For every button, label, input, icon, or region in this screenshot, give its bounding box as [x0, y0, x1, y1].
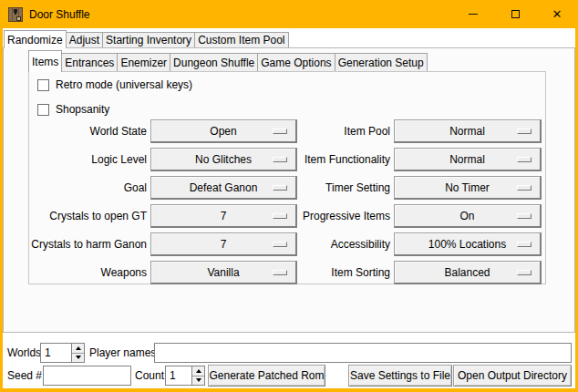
tab-custom-item-pool[interactable]: Custom Item Pool — [194, 32, 288, 47]
tab-generation-setup[interactable]: Generation Setup — [335, 53, 428, 71]
dropdown-indicator-icon — [517, 157, 532, 162]
checkbox-icon — [37, 104, 49, 116]
tab-enemizer[interactable]: Enemizer — [117, 53, 170, 71]
tab-game-options[interactable]: Game Options — [257, 53, 335, 71]
minimize-icon — [469, 14, 478, 15]
crystals-open-gt-dropdown[interactable]: 7 — [150, 204, 297, 228]
spin-down-button[interactable] — [72, 354, 84, 363]
goal-dropdown[interactable]: Defeat Ganon — [150, 176, 297, 200]
generate-patched-rom-button[interactable]: Generate Patched Rom — [208, 365, 325, 387]
dropdown-indicator-icon — [517, 213, 532, 219]
tab-label: Game Options — [261, 57, 331, 69]
dropdown-value: On — [459, 210, 474, 222]
seed-input[interactable] — [43, 366, 131, 386]
open-output-directory-button[interactable]: Open Output Directory — [453, 365, 572, 387]
window-body: Randomize Adjust Starting Inventory Cust… — [3, 28, 575, 388]
shopsanity-checkbox[interactable]: Shopsanity — [37, 103, 109, 116]
tab-label: Randomize — [7, 34, 63, 46]
maximize-button[interactable] — [494, 0, 536, 28]
tab-starting-inventory[interactable]: Starting Inventory — [102, 32, 195, 47]
tab-entrances[interactable]: Entrances — [61, 53, 118, 71]
tab-adjust[interactable]: Adjust — [66, 32, 103, 47]
spinner-value: 1 — [41, 344, 71, 362]
spin-up-button[interactable] — [72, 344, 84, 354]
tab-label: Adjust — [69, 34, 99, 46]
dropdown-indicator-icon — [517, 242, 532, 247]
tab-label: Entrances — [65, 57, 114, 69]
window-title: Door Shuffle — [29, 8, 90, 21]
logic-level-dropdown[interactable]: No Glitches — [150, 148, 297, 171]
dropdown-value: 7 — [221, 238, 227, 251]
logic-level-label: Logic Level — [26, 153, 147, 167]
item-sorting-dropdown[interactable]: Balanced — [394, 261, 542, 284]
dropdown-indicator-icon — [273, 213, 287, 219]
dropdown-indicator-icon — [273, 185, 287, 191]
seed-label: Seed # — [7, 369, 42, 383]
tab-dungeon-shuffle[interactable]: Dungeon Shuffle — [170, 53, 258, 71]
crystals-harm-ganon-label: Crystals to harm Ganon — [26, 238, 147, 252]
titlebar: Door Shuffle ✕ — [0, 0, 578, 28]
item-functionality-label: Item Functionality — [293, 153, 390, 167]
item-functionality-dropdown[interactable]: Normal — [394, 148, 542, 171]
spinner-arrows — [71, 344, 84, 362]
sub-tab-bar: Items Entrances Enemizer Dungeon Shuffle… — [28, 50, 428, 71]
player-names-input[interactable] — [154, 343, 572, 363]
count-spinner[interactable]: 1 — [165, 366, 205, 386]
arrow-down-icon — [196, 378, 201, 382]
timer-setting-label: Timer Setting — [293, 181, 390, 195]
dropdown-indicator-icon — [517, 185, 532, 191]
dropdown-indicator-icon — [273, 129, 287, 134]
checkbox-label: Retro mode (universal keys) — [56, 78, 192, 91]
progressive-items-dropdown[interactable]: On — [394, 204, 542, 228]
dropdown-indicator-icon — [273, 157, 287, 162]
tab-label: Items — [32, 56, 58, 68]
tab-randomize[interactable]: Randomize — [4, 30, 67, 48]
tab-label: Starting Inventory — [106, 34, 191, 46]
dropdown-indicator-icon — [273, 270, 287, 275]
spin-down-button[interactable] — [192, 377, 204, 386]
worlds-spinner[interactable]: 1 — [40, 343, 85, 363]
spin-up-button[interactable] — [192, 366, 204, 377]
arrow-up-icon — [196, 369, 201, 373]
player-names-label: Player names — [89, 346, 156, 360]
crystals-open-gt-label: Crystals to open GT — [26, 210, 147, 223]
crystals-harm-ganon-dropdown[interactable]: 7 — [150, 232, 297, 256]
item-sorting-label: Item Sorting — [293, 266, 390, 280]
button-label: Generate Patched Rom — [209, 369, 324, 382]
dropdown-value: Normal — [449, 153, 485, 166]
dropdown-value: No Glitches — [195, 153, 252, 166]
world-state-dropdown[interactable]: Open — [150, 119, 297, 143]
worlds-label: Worlds — [7, 346, 41, 360]
timer-setting-dropdown[interactable]: No Timer — [394, 176, 542, 200]
door-app-icon — [8, 7, 23, 22]
checkbox-label: Shopsanity — [56, 103, 109, 116]
close-button[interactable]: ✕ — [536, 0, 578, 28]
window-controls: ✕ — [452, 0, 578, 28]
save-settings-button[interactable]: Save Settings to File — [348, 365, 452, 387]
accessibility-label: Accessibility — [293, 238, 390, 252]
dropdown-value: Balanced — [444, 266, 490, 279]
weapons-dropdown[interactable]: Vanilla — [150, 261, 297, 284]
retro-mode-checkbox[interactable]: Retro mode (universal keys) — [37, 78, 192, 91]
button-label: Open Output Directory — [458, 369, 567, 382]
tab-items[interactable]: Items — [28, 50, 62, 72]
tab-label: Custom Item Pool — [198, 34, 284, 46]
dropdown-indicator-icon — [273, 242, 287, 247]
weapons-label: Weapons — [26, 266, 147, 280]
dropdown-value: 7 — [221, 210, 227, 222]
goal-label: Goal — [26, 181, 147, 195]
dropdown-value: Defeat Ganon — [190, 181, 258, 194]
item-pool-dropdown[interactable]: Normal — [394, 119, 542, 143]
tab-label: Dungeon Shuffle — [173, 57, 254, 69]
arrow-down-icon — [76, 356, 81, 359]
spinner-arrows — [191, 366, 204, 385]
progressive-items-label: Progressive Items — [293, 210, 390, 223]
button-label: Save Settings to File — [350, 369, 450, 382]
tab-label: Enemizer — [120, 57, 167, 69]
dropdown-value: 100% Locations — [428, 238, 506, 251]
dropdown-indicator-icon — [517, 270, 532, 275]
minimize-button[interactable] — [452, 0, 494, 28]
count-label: Count — [135, 369, 164, 383]
accessibility-dropdown[interactable]: 100% Locations — [394, 232, 542, 256]
close-icon: ✕ — [552, 8, 563, 20]
